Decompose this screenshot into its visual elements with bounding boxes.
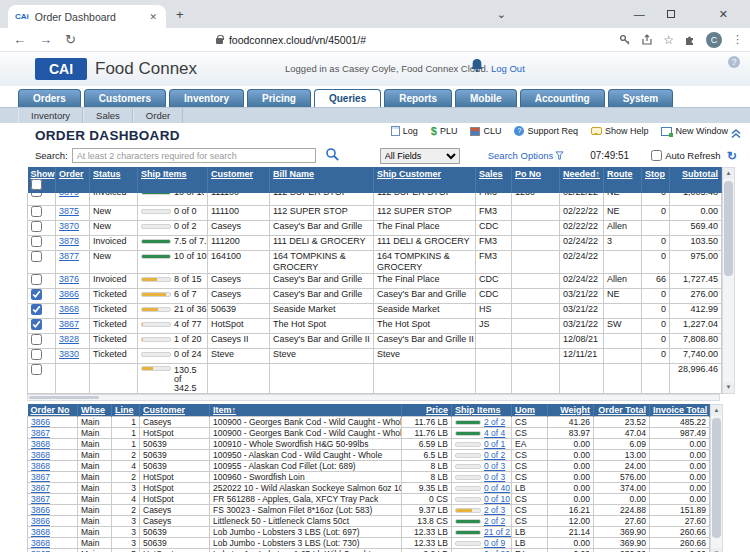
subtab-order[interactable]: Order bbox=[133, 108, 183, 123]
ship-items-link[interactable]: 0 of 2 bbox=[484, 450, 505, 460]
ship-items-link[interactable]: 4 of 4 bbox=[484, 428, 505, 438]
col-item[interactable]: Item↑ bbox=[210, 404, 402, 417]
search-options-link[interactable]: Search Options bbox=[488, 150, 553, 161]
col-line[interactable]: Line bbox=[112, 404, 140, 417]
collapse-panel-icon[interactable] bbox=[730, 125, 742, 143]
extensions-icon[interactable] bbox=[684, 34, 696, 46]
auto-refresh-checkbox[interactable] bbox=[651, 150, 662, 161]
row-select-checkbox[interactable] bbox=[31, 274, 42, 285]
ship-items-link[interactable]: 0 of 10 bbox=[484, 494, 510, 504]
share-icon[interactable] bbox=[641, 34, 653, 46]
tab-close-icon[interactable]: ✕ bbox=[147, 12, 159, 22]
ship-items-link[interactable]: 0 of 3 bbox=[484, 472, 505, 482]
order-link[interactable]: 3876 bbox=[59, 274, 79, 284]
order-link[interactable]: 3875 bbox=[59, 206, 79, 216]
col-show[interactable]: Show bbox=[28, 167, 56, 193]
tab-system[interactable]: System bbox=[608, 89, 674, 107]
tab-orders[interactable]: Orders bbox=[18, 89, 81, 107]
col-customer[interactable]: Customer bbox=[140, 404, 210, 417]
col-po-no[interactable]: Po No bbox=[512, 167, 560, 193]
col-customer[interactable]: Customer bbox=[208, 167, 270, 193]
forward-icon[interactable]: → bbox=[39, 32, 52, 47]
col-sales[interactable]: Sales bbox=[476, 167, 512, 193]
col-route[interactable]: Route bbox=[604, 167, 642, 193]
order-link[interactable]: 3866 bbox=[59, 289, 79, 299]
search-icon[interactable] bbox=[325, 147, 340, 164]
lines-vertical-scrollbar[interactable]: ▲ ▼ bbox=[710, 404, 723, 552]
search-input[interactable] bbox=[72, 148, 316, 163]
ship-items-link[interactable]: 0 of 40 bbox=[484, 483, 510, 493]
order-link[interactable]: 3870 bbox=[59, 221, 79, 231]
tab-queries[interactable]: Queries bbox=[314, 89, 381, 107]
order-link[interactable]: 3868 bbox=[31, 538, 50, 548]
scroll-down-icon[interactable]: ▼ bbox=[711, 548, 722, 552]
col-needed[interactable]: Needed↑ bbox=[560, 167, 604, 193]
order-link[interactable]: 3868 bbox=[59, 304, 79, 314]
order-link[interactable]: 3867 bbox=[31, 428, 50, 438]
refresh-icon[interactable]: ↻ bbox=[727, 149, 737, 163]
tab-mobile[interactable]: Mobile bbox=[455, 89, 517, 107]
reload-icon[interactable]: ↻ bbox=[65, 32, 76, 47]
subtab-inventory[interactable]: Inventory bbox=[18, 108, 83, 123]
col-price[interactable]: Price bbox=[402, 404, 452, 417]
row-select-checkbox[interactable] bbox=[31, 193, 42, 197]
row-select-checkbox[interactable] bbox=[31, 221, 42, 232]
close-button[interactable]: ✕ bbox=[719, 8, 728, 21]
plu-button[interactable]: $PLU bbox=[431, 126, 458, 136]
order-link[interactable]: 3867 bbox=[31, 472, 50, 482]
order-link[interactable]: 3879 bbox=[59, 193, 79, 197]
totals-checkbox[interactable] bbox=[31, 364, 42, 375]
minimize-button[interactable]: — bbox=[634, 8, 645, 20]
col-order-total[interactable]: Order Total bbox=[594, 404, 650, 417]
row-select-checkbox[interactable] bbox=[31, 236, 42, 247]
ship-items-link[interactable]: 0 of 1 bbox=[484, 439, 505, 449]
order-link[interactable]: 3866 bbox=[31, 516, 50, 526]
tab-search-icon[interactable]: ⌄ bbox=[497, 8, 506, 21]
col-status[interactable]: Status bbox=[90, 167, 138, 193]
row-select-checkbox[interactable] bbox=[31, 206, 42, 217]
search-field-select[interactable]: All Fields bbox=[380, 148, 460, 164]
back-icon[interactable]: ← bbox=[13, 32, 26, 47]
ship-items-link[interactable]: 2 of 2 bbox=[484, 417, 505, 427]
key-icon[interactable] bbox=[619, 34, 631, 46]
address-bar[interactable]: foodconnex.cloud/vn/45001/# bbox=[229, 34, 366, 46]
col-invoice-total[interactable]: Invoice Total bbox=[650, 404, 710, 417]
logout-link[interactable]: Log Out bbox=[491, 63, 525, 74]
row-select-checkbox[interactable] bbox=[31, 349, 42, 360]
row-select-checkbox[interactable] bbox=[31, 304, 42, 315]
browser-tab[interactable]: CAi Order Dashboard ✕ bbox=[8, 5, 166, 28]
col-ship-customer[interactable]: Ship Customer bbox=[374, 167, 476, 193]
ship-items-link[interactable]: 2 of 2 bbox=[484, 516, 505, 526]
row-select-checkbox[interactable] bbox=[31, 334, 42, 345]
col-order[interactable]: Order bbox=[56, 167, 90, 193]
col-bill-name[interactable]: Bill Name bbox=[270, 167, 374, 193]
scroll-down-icon[interactable]: ▼ bbox=[723, 382, 734, 393]
new-window-button[interactable]: New Window bbox=[661, 126, 728, 136]
order-link[interactable]: 3866 bbox=[31, 417, 50, 427]
scroll-up-icon[interactable]: ▲ bbox=[723, 168, 734, 179]
ship-items-link[interactable]: 21 of 21 bbox=[484, 527, 512, 537]
col-subtotal[interactable]: Subtotal bbox=[670, 167, 722, 193]
col-stop[interactable]: Stop bbox=[642, 167, 670, 193]
log-button[interactable]: Log bbox=[391, 126, 418, 136]
col-weight[interactable]: Weight bbox=[548, 404, 594, 417]
scrollbar-thumb[interactable] bbox=[712, 418, 721, 538]
tab-inventory[interactable]: Inventory bbox=[169, 89, 244, 107]
tab-reports[interactable]: Reports bbox=[384, 89, 452, 107]
orders-horizontal-scrollbar[interactable] bbox=[27, 394, 720, 401]
ship-items-link[interactable]: 2 of 3 bbox=[484, 505, 505, 515]
scrollbar-thumb[interactable] bbox=[724, 181, 733, 276]
order-link[interactable]: 3867 bbox=[59, 319, 79, 329]
col-ship-items[interactable]: Ship Items bbox=[138, 167, 208, 193]
order-link[interactable]: 3866 bbox=[31, 505, 50, 515]
profile-avatar[interactable]: C bbox=[706, 32, 722, 48]
order-link[interactable]: 3868 bbox=[31, 450, 50, 460]
row-select-checkbox[interactable] bbox=[31, 251, 42, 262]
tab-accounting[interactable]: Accounting bbox=[520, 89, 605, 107]
row-select-checkbox[interactable] bbox=[31, 289, 42, 300]
lock-icon[interactable] bbox=[216, 38, 223, 44]
show-help-button[interactable]: Show Help bbox=[591, 126, 649, 136]
order-link[interactable]: 3828 bbox=[59, 334, 79, 344]
order-link[interactable]: 3877 bbox=[59, 251, 79, 261]
order-link[interactable]: 3867 bbox=[31, 483, 50, 493]
